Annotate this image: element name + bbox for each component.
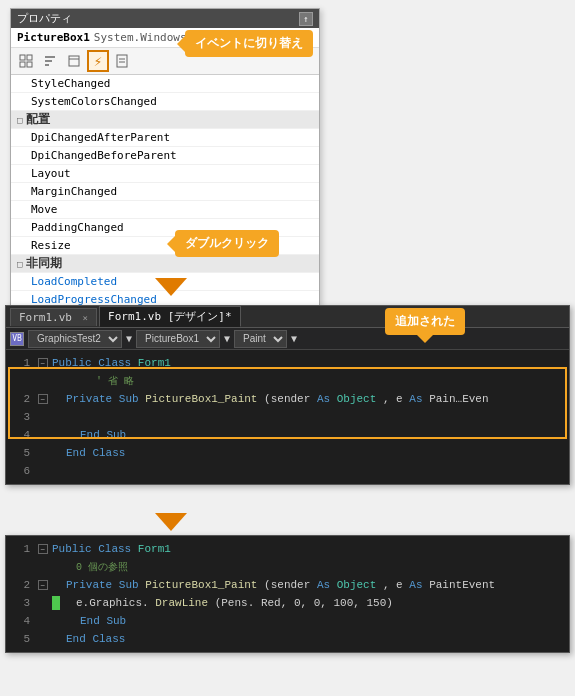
bottom-code-body: 1 − Public Class Form1 0 個の参照 2 − Privat… — [6, 536, 569, 652]
vb-icon: VB — [10, 332, 24, 346]
callout-double-click: ダブルクリック — [175, 230, 279, 257]
expand-icon2: □ — [17, 259, 22, 269]
lightning-icon: ⚡ — [94, 53, 102, 69]
object-selector[interactable]: PictureBox1 — [136, 330, 220, 348]
property-pages-button[interactable] — [63, 50, 85, 72]
prop-dpi-after[interactable]: DpiChangedAfterParent — [11, 129, 319, 147]
svg-rect-7 — [69, 56, 79, 66]
panel-titlebar: プロパティ ↑ — [11, 9, 319, 28]
green-marker — [52, 596, 60, 610]
prop-load-progress-label: LoadProgressChanged — [17, 293, 157, 305]
code-line-2: 2 − Private Sub PictureBox1_Paint (sende… — [6, 390, 569, 408]
selector-arrow2: ▼ — [224, 333, 230, 344]
events-button[interactable]: ⚡ — [87, 50, 109, 72]
expand-1[interactable]: − — [38, 358, 48, 368]
tab-form1-design[interactable]: Form1.vb [デザイン]* — [99, 306, 240, 327]
code-panel-bottom: 1 − Public Class Form1 0 個の参照 2 − Privat… — [5, 535, 570, 653]
tab1-close[interactable]: × — [83, 313, 88, 323]
tab2-label: Form1.vb [デザイン]* — [108, 310, 231, 323]
pin-button[interactable]: ↑ — [299, 12, 313, 26]
bottom-line-3: 3 e.Graphics. DrawLine (Pens. Red, 0, 0,… — [6, 594, 569, 612]
expand-5 — [38, 448, 48, 458]
panel-title: プロパティ — [17, 11, 72, 26]
svg-rect-9 — [117, 55, 127, 67]
callout-event-switch-text: イベントに切り替え — [195, 36, 303, 50]
bottom-line-4: 4 End Sub — [6, 612, 569, 630]
prop-margin-changed[interactable]: MarginChanged — [11, 183, 319, 201]
expand-6 — [38, 466, 48, 476]
code-selectors: VB GraphicsTest2 ▼ PictureBox1 ▼ Paint ▼ — [6, 328, 569, 350]
expand-2[interactable]: − — [38, 394, 48, 404]
prop-style-changed[interactable]: StyleChanged — [11, 75, 319, 93]
code-line-1: 1 − Public Class Form1 — [6, 354, 569, 372]
event-selector[interactable]: Paint — [234, 330, 287, 348]
callout-added: 追加された — [385, 308, 465, 335]
bottom-line-5: 5 End Class — [6, 630, 569, 648]
bottom-expand-ref — [38, 562, 48, 572]
grid-view-button[interactable] — [15, 50, 37, 72]
prop-move-label: Move — [17, 203, 58, 216]
prop-system-colors-changed-label: SystemColorsChanged — [17, 95, 157, 108]
code-tabs: Form1.vb × Form1.vb [デザイン]* — [6, 306, 569, 328]
prop-padding-changed-label: PaddingChanged — [17, 221, 124, 234]
arrow-down-1 — [155, 278, 187, 296]
prop-system-colors-changed[interactable]: SystemColorsChanged — [11, 93, 319, 111]
code-line-6: 6 — [6, 462, 569, 480]
svg-rect-1 — [27, 55, 32, 60]
selector-arrow: ▼ — [126, 333, 132, 344]
cat-layout-label: 配置 — [26, 111, 50, 128]
code-line-3: 3 — [6, 408, 569, 426]
callout-double-click-text: ダブルクリック — [185, 236, 269, 250]
sort-button[interactable] — [39, 50, 61, 72]
bottom-line-ref: 0 個の参照 — [6, 558, 569, 576]
bottom-expand-3 — [38, 598, 48, 608]
callout-added-text: 追加された — [395, 314, 455, 328]
prop-margin-changed-label: MarginChanged — [17, 185, 117, 198]
code-line-5: 5 End Class — [6, 444, 569, 462]
arrow-down-2 — [155, 513, 187, 531]
prop-style-changed-label: StyleChanged — [17, 77, 110, 90]
expand-icon: □ — [17, 115, 22, 125]
object-name: PictureBox1 — [17, 31, 90, 44]
code-body-mid: 1 − Public Class Form1 ' 省 略 2 − — [6, 350, 569, 484]
selector-arrow3: ▼ — [291, 333, 297, 344]
prop-resize-label: Resize — [17, 239, 71, 252]
property-pages-btn2[interactable] — [111, 50, 133, 72]
bottom-expand-4 — [38, 616, 48, 626]
bottom-expand-5 — [38, 634, 48, 644]
bottom-line-1: 1 − Public Class Form1 — [6, 540, 569, 558]
svg-rect-2 — [20, 62, 25, 67]
expand-empty — [38, 376, 48, 386]
prop-dpi-before[interactable]: DpiChangedBeforeParent — [11, 147, 319, 165]
cat-async-label: 非同期 — [26, 255, 62, 272]
prop-load-completed-label: LoadCompleted — [17, 275, 117, 288]
prop-layout[interactable]: Layout — [11, 165, 319, 183]
bottom-expand-2[interactable]: − — [38, 580, 48, 590]
prop-dpi-after-label: DpiChangedAfterParent — [17, 131, 170, 144]
cat-async: □ 非同期 — [11, 255, 319, 273]
tab1-label: Form1.vb — [19, 311, 72, 324]
svg-rect-3 — [27, 62, 32, 67]
prop-dpi-before-label: DpiChangedBeforeParent — [17, 149, 177, 162]
bottom-line-2: 2 − Private Sub PictureBox1_Paint (sende… — [6, 576, 569, 594]
expand-4 — [38, 430, 48, 440]
class-selector[interactable]: GraphicsTest2 — [28, 330, 122, 348]
prop-move[interactable]: Move — [11, 201, 319, 219]
bottom-expand-1[interactable]: − — [38, 544, 48, 554]
callout-event-switch: イベントに切り替え — [185, 30, 313, 57]
code-line-comment: ' 省 略 — [6, 372, 569, 390]
expand-3 — [38, 412, 48, 422]
tab-form1-vb[interactable]: Form1.vb × — [10, 308, 97, 326]
code-panel-mid: Form1.vb × Form1.vb [デザイン]* VB GraphicsT… — [5, 305, 570, 485]
cat-layout: □ 配置 — [11, 111, 319, 129]
prop-layout-label: Layout — [17, 167, 71, 180]
svg-rect-0 — [20, 55, 25, 60]
code-line-4: 4 End Sub — [6, 426, 569, 444]
properties-list: StyleChanged SystemColorsChanged □ 配置 Dp… — [11, 75, 319, 305]
